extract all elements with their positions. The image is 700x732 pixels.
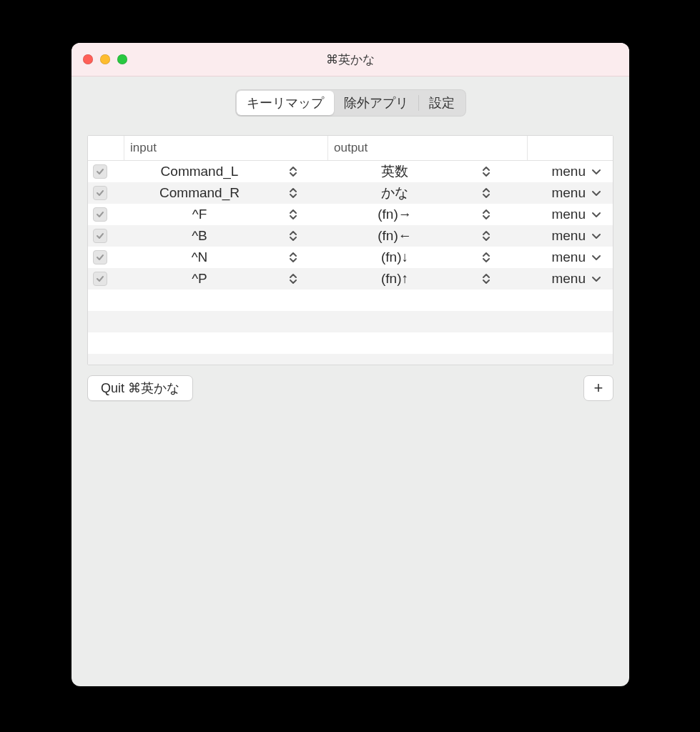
minimize-icon[interactable] [100,54,110,64]
table-header: input output [88,136,613,161]
output-stepper[interactable] [480,185,493,201]
output-stepper[interactable] [480,164,493,179]
output-value: (fn)↑ [310,271,480,287]
input-value: Command_R [112,185,287,201]
input-stepper[interactable] [287,228,300,244]
chevron-down-icon[interactable] [591,186,601,201]
row-checkbox[interactable] [93,250,107,264]
quit-button[interactable]: Quit ⌘英かな [87,375,193,401]
chevron-down-icon[interactable] [591,164,601,179]
col-input[interactable]: input [124,136,328,160]
row-checkbox[interactable] [93,186,107,200]
input-value: ^F [112,207,287,222]
input-value: Command_L [112,164,287,179]
output-value: かな [310,184,480,202]
row-checkbox[interactable] [93,229,107,243]
input-value: ^P [112,271,287,287]
input-value: ^B [112,228,287,244]
keymap-table: input output Command_L英数menuCommand_Rかなm… [87,135,613,365]
output-value: (fn)↓ [310,249,480,265]
tab-settings[interactable]: 設定 [419,91,465,115]
table-row: Command_L英数menu [88,161,613,182]
app-window: ⌘英かな キーリマップ 除外アプリ 設定 input output Comman… [72,43,629,686]
col-check[interactable] [88,136,124,160]
table-row: ^F(fn)→menu [88,204,613,225]
table-row: ^P(fn)↑menu [88,268,613,290]
row-menu[interactable]: menu [551,185,586,201]
tab-keymap[interactable]: キーリマップ [237,91,334,115]
window-title: ⌘英かな [72,51,629,68]
col-menu[interactable] [528,136,613,160]
input-stepper[interactable] [287,271,300,287]
input-stepper[interactable] [287,185,300,201]
row-menu[interactable]: menu [551,164,586,179]
empty-row [88,311,613,332]
input-value: ^N [112,249,287,265]
input-stepper[interactable] [287,207,300,222]
input-stepper[interactable] [287,249,300,265]
titlebar: ⌘英かな [72,43,629,76]
input-stepper[interactable] [287,164,300,179]
table-row: Command_Rかなmenu [88,182,613,204]
output-stepper[interactable] [480,228,493,244]
output-stepper[interactable] [480,271,493,287]
output-value: 英数 [310,162,480,181]
row-menu[interactable]: menu [551,249,586,265]
chevron-down-icon[interactable] [591,207,601,222]
empty-row [88,290,613,311]
zoom-icon[interactable] [117,54,127,64]
empty-row [88,354,613,365]
chevron-down-icon[interactable] [591,272,601,287]
output-stepper[interactable] [480,249,493,265]
close-icon[interactable] [83,54,93,64]
output-value: (fn)← [310,228,480,244]
empty-row [88,332,613,354]
table-row: ^N(fn)↓menu [88,247,613,268]
output-stepper[interactable] [480,207,493,222]
row-checkbox[interactable] [93,164,107,179]
row-checkbox[interactable] [93,272,107,286]
row-menu[interactable]: menu [551,271,586,287]
output-value: (fn)→ [310,207,480,222]
table-body: Command_L英数menuCommand_Rかなmenu^F(fn)→men… [88,161,613,365]
tab-exclude[interactable]: 除外アプリ [334,91,418,115]
table-row: ^B(fn)←menu [88,225,613,247]
footer: Quit ⌘英かな + [87,375,613,401]
tab-bar: キーリマップ 除外アプリ 設定 [72,89,629,117]
chevron-down-icon[interactable] [591,229,601,244]
row-menu[interactable]: menu [551,228,586,244]
row-menu[interactable]: menu [551,207,586,222]
plus-icon: + [594,379,603,397]
col-output[interactable]: output [328,136,528,160]
window-controls [83,54,127,64]
row-checkbox[interactable] [93,207,107,222]
add-button[interactable]: + [583,375,613,401]
segmented-control: キーリマップ 除外アプリ 設定 [235,89,466,117]
chevron-down-icon[interactable] [591,250,601,265]
